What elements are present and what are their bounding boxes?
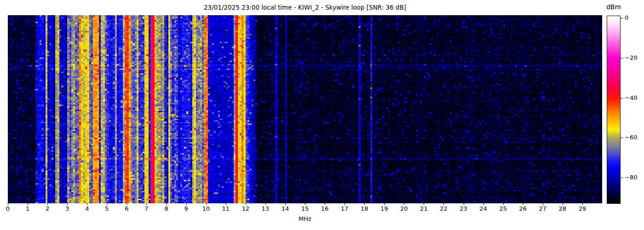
x-tick-label: 6 <box>125 205 128 212</box>
waterfall-heatmap <box>8 15 602 203</box>
x-tick-label: 3 <box>65 205 69 212</box>
colorbar-tick-label: −60 <box>625 134 637 141</box>
x-tick-label: 10 <box>202 205 210 212</box>
x-tick-label: 13 <box>262 205 270 212</box>
colorbar-gradient <box>607 16 621 204</box>
x-tick-label: 20 <box>400 205 408 212</box>
x-tick-label: 14 <box>282 205 289 212</box>
colorbar-tick-mark <box>621 58 623 58</box>
x-tick-label: 18 <box>361 205 368 212</box>
x-tick-label: 9 <box>184 205 188 212</box>
x-tick-label: 12 <box>242 205 250 212</box>
x-tick-label: 7 <box>144 205 148 212</box>
x-tick-label: 26 <box>519 205 527 212</box>
x-tick-label: 24 <box>479 205 487 212</box>
x-tick-label: 4 <box>85 205 89 212</box>
x-tick-label: 19 <box>380 205 388 212</box>
colorbar-label: dBm <box>604 3 623 11</box>
colorbar-tick-mark <box>621 98 623 98</box>
colorbar-tick-label: −80 <box>625 173 637 180</box>
x-tick-label: 27 <box>539 205 547 212</box>
colorbar-tick-mark <box>621 18 623 18</box>
x-tick-label: 17 <box>341 205 349 212</box>
x-tick-label: 16 <box>321 205 329 212</box>
x-tick-label: 2 <box>46 205 49 212</box>
x-tick-label: 21 <box>420 205 428 212</box>
x-tick-label: 28 <box>559 205 567 212</box>
colorbar-tick-mark <box>621 138 623 138</box>
x-tick-label: 23 <box>460 205 467 212</box>
colorbar-tick-label: −20 <box>625 54 637 61</box>
x-axis-label: MHz <box>8 215 602 222</box>
colorbar-tick-label: 0 <box>625 14 628 21</box>
x-tick-label: 11 <box>222 205 230 212</box>
x-tick-label: 22 <box>440 205 448 212</box>
chart-title: 23/01/2025 23:00 local time - KIWI_2 - S… <box>8 4 602 11</box>
x-tick-label: 5 <box>105 205 109 212</box>
x-tick-label: 8 <box>164 205 168 212</box>
x-tick-label: 29 <box>579 205 586 212</box>
colorbar-tick-label: −40 <box>625 94 637 101</box>
x-tick-label: 25 <box>499 205 507 212</box>
spectrogram-figure: 23/01/2025 23:00 local time - KIWI_2 - S… <box>0 0 644 230</box>
x-tick-label: 15 <box>301 205 309 212</box>
x-tick-label: 0 <box>6 205 10 212</box>
x-tick-label: 1 <box>26 205 29 212</box>
colorbar-tick-mark <box>621 178 623 178</box>
